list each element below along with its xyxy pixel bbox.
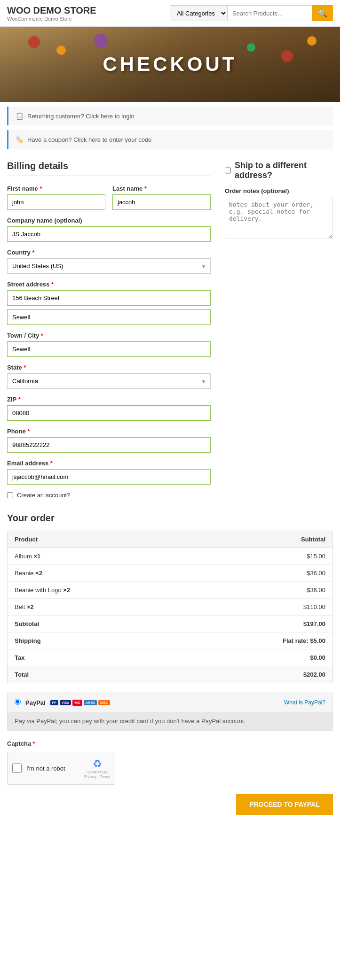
company-label: Company name (optional): [7, 217, 211, 224]
street-field: Street address *: [7, 281, 211, 325]
street-input-2[interactable]: [7, 309, 211, 325]
ship-header: Ship to a different address?: [225, 161, 333, 180]
email-input[interactable]: [7, 469, 211, 485]
tax-row: Tax $0.00: [8, 649, 333, 666]
col-product: Product: [8, 531, 187, 548]
category-select[interactable]: All Categories: [170, 5, 228, 21]
subtotal-row: Subtotal $197.00: [8, 616, 333, 633]
search-button[interactable]: 🔍: [312, 5, 333, 21]
zip-field: ZIP *: [7, 396, 211, 421]
last-name-label: Last name *: [112, 185, 211, 192]
amex-icon: AMEX: [84, 700, 97, 705]
total-label: Total: [8, 666, 187, 683]
street-input-1[interactable]: [7, 290, 211, 306]
town-label: Town / City *: [7, 332, 211, 339]
first-name-input[interactable]: [7, 194, 105, 210]
recaptcha-checkbox[interactable]: [12, 764, 22, 773]
company-input[interactable]: [7, 226, 211, 242]
billing-ship-wrapper: Billing details First name * Last name *: [7, 161, 333, 499]
create-account-checkbox[interactable]: [7, 492, 13, 498]
what-paypal-link[interactable]: What is PayPal?: [284, 699, 325, 706]
captcha-required-star: *: [32, 740, 35, 747]
ship-section: Ship to a different address? Order notes…: [225, 161, 333, 240]
item-name: Beanie ×2: [8, 565, 187, 582]
login-notice-icon: 📋: [16, 112, 24, 120]
search-input[interactable]: [228, 5, 312, 21]
shipping-value: Flat rate: $5.00: [186, 633, 332, 649]
login-notice[interactable]: 📋 Returning customer? Click here to logi…: [7, 107, 333, 125]
order-table: Product Subtotal Album ×1 $15.00 Beanie …: [7, 531, 333, 683]
recaptcha-links: Privacy - Terms: [84, 774, 110, 779]
item-name: Beanie with Logo ×2: [8, 582, 187, 599]
item-price: $15.00: [186, 548, 332, 565]
country-select-wrapper: United States (US) ▼: [7, 258, 211, 274]
hero-banner: CHECKOUT: [0, 27, 340, 102]
recaptcha-label: I'm not a robot: [26, 765, 65, 772]
zip-label: ZIP *: [7, 396, 211, 403]
order-notes-field: Order notes (optional): [225, 187, 333, 240]
item-name: Album ×1: [8, 548, 187, 565]
recaptcha-logo-icon: ♻: [84, 758, 110, 770]
town-field: Town / City *: [7, 332, 211, 357]
company-field: Company name (optional): [7, 217, 211, 242]
table-row: Beanie with Logo ×2 $36.00: [8, 582, 333, 599]
phone-label: Phone *: [7, 428, 211, 435]
town-input[interactable]: [7, 341, 211, 357]
shipping-label: Shipping: [8, 633, 187, 649]
payment-section: PayPal PP VISA MC AMEX DISC What is PayP…: [7, 693, 333, 731]
country-select[interactable]: United States (US): [7, 258, 211, 274]
subtotal-value: $197.00: [186, 616, 332, 633]
order-title: Your order: [7, 513, 333, 524]
proceed-btn-wrapper: Proceed to PayPal: [7, 794, 333, 815]
state-select-wrapper: California ▼: [7, 373, 211, 389]
billing-title: Billing details: [7, 161, 211, 176]
coupon-notice-icon: 🏷️: [16, 136, 24, 143]
create-account-label[interactable]: Create an account?: [17, 492, 70, 499]
total-value: $202.00: [186, 666, 332, 683]
subtotal-label: Subtotal: [8, 616, 187, 633]
proceed-to-paypal-button[interactable]: Proceed to PayPal: [236, 794, 333, 815]
state-select[interactable]: California: [7, 373, 211, 389]
email-field: Email address *: [7, 460, 211, 485]
ship-different-checkbox[interactable]: [225, 167, 231, 174]
card-icons: PP VISA MC AMEX DISC: [50, 700, 110, 706]
zip-input[interactable]: [7, 405, 211, 421]
item-name: Belt ×2: [8, 599, 187, 616]
paypal-radio[interactable]: [15, 699, 21, 706]
captcha-section: Captcha * I'm not a robot ♻ reCAPTCHA Pr…: [7, 740, 333, 785]
last-name-input[interactable]: [112, 194, 211, 210]
coupon-notice[interactable]: 🏷️ Have a coupon? Click here to enter yo…: [7, 130, 333, 149]
table-row: Beanie ×2 $36.00: [8, 565, 333, 582]
recaptcha-box: I'm not a robot ♻ reCAPTCHA Privacy - Te…: [7, 752, 115, 785]
tax-label: Tax: [8, 649, 187, 666]
item-price: $36.00: [186, 582, 332, 599]
name-row: First name * Last name *: [7, 185, 211, 210]
order-notes-textarea[interactable]: [225, 197, 333, 239]
order-section: Your order Product Subtotal Album ×1 $15…: [7, 513, 333, 683]
discover-icon: DISC: [98, 700, 110, 705]
item-price: $36.00: [186, 565, 332, 582]
country-label: Country *: [7, 249, 211, 256]
page-title: CHECKOUT: [103, 53, 237, 76]
header-search: All Categories 🔍: [170, 5, 333, 21]
first-name-label: First name *: [7, 185, 105, 192]
first-name-field: First name *: [7, 185, 105, 210]
table-row: Belt ×2 $110.00: [8, 599, 333, 616]
total-row: Total $202.00: [8, 666, 333, 683]
email-label: Email address *: [7, 460, 211, 467]
phone-field: Phone *: [7, 428, 211, 453]
country-field: Country * United States (US) ▼: [7, 249, 211, 274]
col-subtotal: Subtotal: [186, 531, 332, 548]
paypal-logo-area: PayPal PP VISA MC AMEX DISC: [15, 699, 110, 706]
billing-section: Billing details First name * Last name *: [7, 161, 211, 499]
mastercard-icon: MC: [72, 700, 82, 706]
state-label: State *: [7, 364, 211, 371]
visa-icon: VISA: [60, 700, 71, 705]
login-notice-text: Returning customer? Click here to login: [27, 113, 134, 120]
phone-input[interactable]: [7, 437, 211, 453]
shipping-row: Shipping Flat rate: $5.00: [8, 633, 333, 649]
payment-header: PayPal PP VISA MC AMEX DISC What is PayP…: [8, 693, 332, 712]
payment-description: Pay via PayPal; you can pay with your cr…: [8, 712, 332, 730]
store-tagline: WooCommerce Demo Store: [7, 16, 96, 22]
table-row: Album ×1 $15.00: [8, 548, 333, 565]
